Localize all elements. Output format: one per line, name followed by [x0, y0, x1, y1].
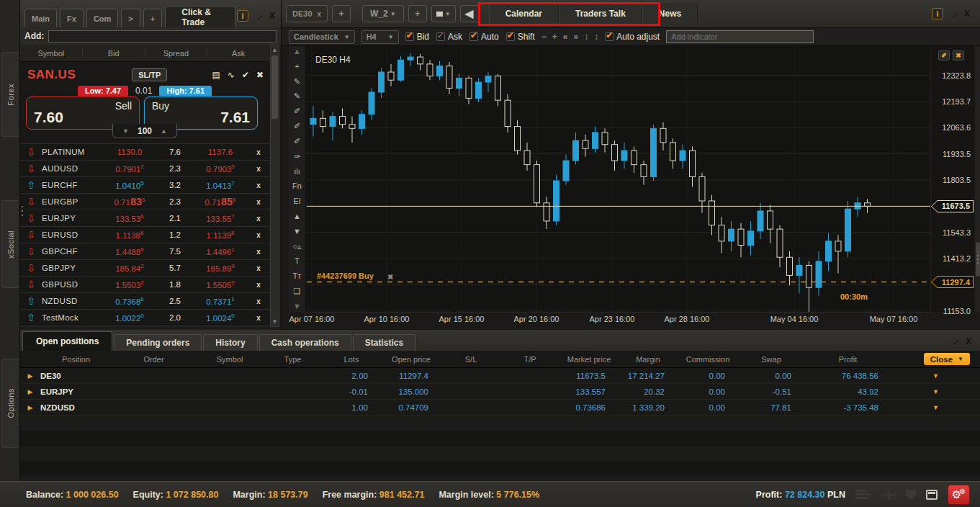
toolbar-tab-fx[interactable]: Fx [60, 9, 84, 27]
bid-price[interactable]: 0.71835 [102, 196, 157, 207]
ask-price[interactable]: 185.899 [193, 263, 248, 273]
ask-price[interactable]: 1.11398 [193, 230, 248, 240]
scroll-up-icon[interactable]: ▲ [293, 48, 301, 55]
remove-instrument-icon[interactable]: x [248, 198, 269, 206]
remove-instrument-icon[interactable]: x [248, 281, 269, 289]
position-row[interactable]: ▶NZDUSD1.000.747090.736861 339.200.0077.… [20, 400, 980, 416]
bid-price[interactable]: 0.79012 [102, 163, 157, 174]
remove-instrument-icon[interactable]: x [248, 264, 269, 272]
pencil-alt-icon[interactable]: ✎ [294, 92, 300, 100]
scroll-down-icon[interactable]: ▼ [271, 318, 279, 325]
instrument-row[interactable]: ⇧NZDUSD0.736862.50.73711x [20, 293, 269, 310]
ask-price[interactable]: 1137.6 [193, 148, 248, 156]
close-icon[interactable]: X [964, 9, 970, 19]
sidebar-tab-forex[interactable]: Forex [1, 52, 19, 137]
row-actions-icon[interactable]: ▼ [891, 404, 980, 411]
instrument-row[interactable]: ⇩EURUSD1.113861.21.11398x [20, 227, 269, 243]
tab-traders-talk[interactable]: Traders Talk [559, 3, 642, 24]
auto-adjust-toggle[interactable]: ✔Auto adjust [605, 32, 660, 42]
tab-news[interactable]: News [642, 3, 698, 24]
remove-instrument-icon[interactable]: x [248, 148, 269, 156]
remove-instrument-icon[interactable]: x [248, 181, 269, 189]
bid-price[interactable]: 1.04105 [102, 180, 157, 190]
bid-price[interactable]: 133.536 [102, 213, 157, 223]
back-button[interactable]: ◀ [460, 5, 479, 22]
sidebar-tab-options[interactable]: Options [1, 359, 19, 448]
volume-increase-icon[interactable]: ▲ [161, 127, 167, 135]
scroll-left-icon[interactable]: « [563, 32, 568, 42]
instrument-row[interactable]: ⇩GBPJPY185.8425.7185.899x [20, 260, 269, 277]
tab-cash-operations[interactable]: Cash operations [259, 334, 351, 351]
remove-instrument-icon[interactable]: x [248, 248, 269, 256]
tab-open-positions[interactable]: Open positions [22, 331, 112, 351]
compress-vertical-icon[interactable]: ↕ [584, 32, 588, 42]
toggle-auto-adjust[interactable]: ✔Auto adjust [605, 32, 660, 42]
toggle-bid[interactable]: ✔Bid [405, 32, 429, 42]
info-icon[interactable]: i [237, 10, 248, 22]
add-symbol-input[interactable] [48, 30, 277, 42]
scrollbar-thumb[interactable] [271, 55, 278, 119]
toolbar-tab-[interactable]: > [121, 9, 140, 27]
toolbar-tab-com[interactable]: Com [86, 9, 118, 27]
ask-price[interactable]: 0.79035 [193, 163, 248, 174]
new-chart-tab-button[interactable]: + [332, 5, 351, 22]
chart-close-icon[interactable]: ✖ [953, 50, 964, 60]
crosshair-add-icon[interactable]: + [295, 63, 299, 71]
bid-price[interactable]: 1130.0 [102, 148, 157, 156]
horizontal-line-tool-icon[interactable]: ✐ [294, 122, 300, 130]
tab-close-icon[interactable]: x [318, 10, 322, 18]
toggle-shift[interactable]: ✔Shift [506, 32, 535, 42]
scroll-right-icon[interactable]: » [573, 32, 578, 42]
close-icon[interactable]: X [269, 11, 275, 21]
performance-icon[interactable] [855, 490, 871, 499]
tab-click-and-trade[interactable]: Click & Trade [165, 6, 235, 27]
position-row[interactable]: ▶DE302.0011297.411673.517 214.270.000.00… [20, 368, 980, 384]
fn-tool[interactable]: Fn [292, 182, 302, 190]
bid-price[interactable]: 1.55032 [102, 279, 157, 290]
watchlist-scrollbar[interactable]: ▲ ▼ [270, 45, 279, 327]
price-axis[interactable]: 12323.812193.712063.611933.511803.511543… [930, 46, 974, 312]
column-header-spread[interactable]: Spread [145, 49, 208, 58]
panel-splitter-grip[interactable] [20, 206, 24, 216]
remove-instrument-icon[interactable]: x [248, 297, 269, 305]
sltp-button[interactable]: SL/TP [132, 68, 167, 81]
tab-history[interactable]: History [203, 334, 257, 351]
bid-price[interactable]: 0.73686 [102, 296, 157, 306]
arrow-up-tool-icon[interactable]: ▲ [293, 212, 301, 220]
arrow-down-tool-icon[interactable]: ▼ [293, 228, 301, 235]
ask-price[interactable]: 0.71858 [193, 196, 248, 207]
scroll-down-icon[interactable]: ▼ [293, 302, 301, 310]
chart-scrollbar[interactable] [975, 46, 980, 312]
ask-price[interactable]: 1.44961 [193, 246, 248, 256]
position-row[interactable]: ▶EURJPY-0.01135.000133.55720.320.00-0.51… [20, 384, 980, 400]
expand-icon[interactable]: ↔ [252, 9, 266, 23]
instrument-row[interactable]: ⇩EURJPY133.5362.1133.557x [20, 210, 269, 227]
close-position-button[interactable]: Close▼ [924, 353, 970, 365]
expand-row-icon[interactable]: ▶ [20, 404, 40, 411]
new-workspace-button[interactable]: + [408, 5, 427, 22]
elliott-tool[interactable]: El [294, 197, 301, 205]
ask-price[interactable]: 133.557 [193, 213, 248, 223]
tag-icon[interactable] [906, 490, 916, 500]
column-header-bid[interactable]: Bid [83, 49, 145, 58]
ask-price[interactable]: 1.00240 [193, 313, 248, 323]
text-small-tool[interactable]: Tᴛ [293, 272, 302, 280]
close-quote-icon[interactable]: ✖ [256, 70, 264, 80]
bid-price[interactable]: 1.44886 [102, 246, 157, 256]
settings-button[interactable]: ⚙⚙ [948, 485, 970, 505]
info-icon[interactable]: i [932, 8, 943, 19]
instrument-row[interactable]: ⇧TestMock1.002202.01.00240x [20, 310, 269, 326]
bid-price[interactable]: 185.842 [102, 263, 157, 273]
row-actions-icon[interactable]: ▼ [891, 388, 980, 395]
instrument-row[interactable]: ⇧EURCHF1.041053.21.04137x [20, 177, 269, 194]
layers-tool-icon[interactable]: ❏ [294, 287, 301, 295]
chart-icon[interactable]: ∿ [228, 70, 235, 80]
instrument-row[interactable]: ⇩EURGBP0.718352.30.71858x [20, 194, 269, 210]
toolbar-tab-[interactable]: + [143, 9, 162, 27]
close-icon[interactable]: X [966, 336, 971, 346]
expand-icon[interactable]: ↔ [947, 6, 961, 21]
expand-vertical-icon[interactable]: ↕ [594, 32, 598, 42]
ask-price[interactable]: 1.04137 [193, 180, 248, 190]
instrument-row[interactable]: ⇩AUDUSD0.790122.30.79035x [20, 161, 269, 177]
grid-view-icon[interactable] [881, 490, 896, 500]
